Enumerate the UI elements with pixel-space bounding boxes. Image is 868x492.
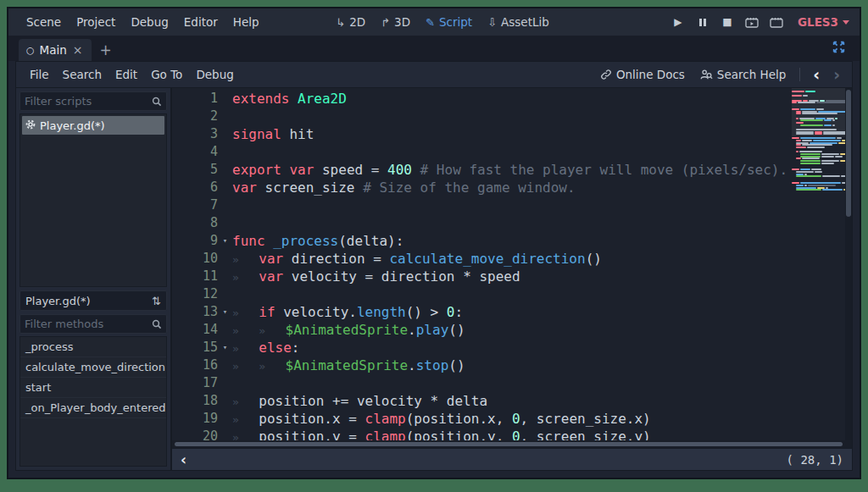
fold-arrow-icon[interactable]: ▾ [218,303,232,321]
code-line[interactable]: 2 [172,108,852,125]
fold-spacer [218,410,232,428]
menu-scene[interactable]: Scene [19,12,69,32]
line-number: 9 [172,232,218,250]
assetlib-download-icon: ⇩ [487,16,497,29]
add-scene-tab-button[interactable]: + [92,41,120,61]
method-item-calculate-move-direction[interactable]: calculate_move_direction [20,357,166,378]
method-item--on-player-body-entered[interactable]: _on_Player_body_entered [20,398,166,418]
godot-editor-window: SceneProjectDebugEditorHelp ↳2D↱3D✎Scrip… [7,7,861,479]
close-icon[interactable]: × [72,43,84,57]
code-line[interactable]: 1extends Area2D [172,90,852,108]
line-number: 14 [172,321,218,339]
search-icon [152,319,162,329]
fold-arrow-icon[interactable]: ▾ [218,339,232,357]
minimap[interactable] [792,88,845,440]
code-line[interactable]: 7 [172,196,852,214]
code-line[interactable]: 4 [172,143,852,161]
code-text: func _process(delta): [232,232,403,250]
history-forward-button[interactable]: › [828,67,845,82]
script-item-player-gd-[interactable]: Player.gd(*) [22,116,164,135]
code-line[interactable]: 6var screen_size # Size of the game wind… [172,179,852,196]
vertical-scrollbar[interactable] [845,88,852,440]
horizontal-scrollbar[interactable] [172,440,852,448]
code-area[interactable]: 1extends Area2D23signal hit45export var … [172,88,852,440]
vertical-scrollbar-thumb[interactable] [846,90,851,217]
line-number: 18 [172,392,218,410]
workspace-2d[interactable]: ↳2D [336,15,365,29]
code-line[interactable]: 18»position += velocity * delta [172,392,852,410]
code-line[interactable]: 15▾»else: [172,339,852,357]
renderer-dropdown[interactable]: GLES3 [798,15,849,29]
code-line[interactable]: 13▾»if velocity.length() > 0: [172,303,852,321]
menu-project[interactable]: Project [69,12,123,32]
script-gear-icon [25,119,36,132]
code-line[interactable]: 10»var direction = calculate_move_direct… [172,250,852,268]
line-number: 6 [172,179,218,196]
code-line[interactable]: 9▾func _process(delta): [172,232,852,250]
workspace-assetlib[interactable]: ⇩AssetLib [487,15,549,29]
stop-button[interactable]: ■ [721,16,734,28]
pause-button[interactable] [696,18,709,27]
workspace-3d[interactable]: ↱3D [381,15,410,29]
code-line[interactable]: 14»»$AnimatedSprite.play() [172,321,852,339]
line-number: 5 [172,161,218,179]
script-menu-edit[interactable]: Edit [108,64,144,85]
search-help-button[interactable]: Search Help [694,64,792,85]
play-scene-button[interactable] [745,17,759,28]
script-menu-search[interactable]: Search [56,64,108,85]
search-help-label: Search Help [717,68,786,81]
code-text: »position += velocity * delta [232,392,487,410]
scene-tabstrip: ○ Main × + [8,36,860,61]
sort-methods-icon[interactable]: ⇅ [152,295,161,307]
workspace-label: 2D [349,15,365,29]
history-back-button[interactable]: ‹ [808,67,825,82]
code-line[interactable]: 17 [172,374,852,392]
fold-spacer [218,428,232,440]
line-number: 12 [172,285,218,303]
line-number: 16 [172,357,218,374]
cursor-position: ( 28, 1) [787,453,843,467]
play-button[interactable]: ▶ [671,16,685,28]
method-item-start[interactable]: start [20,378,166,398]
line-number: 3 [172,125,218,143]
script-icon: ✎ [426,16,435,29]
fold-arrow-icon[interactable]: ▾ [218,232,232,250]
code-line[interactable]: 8 [172,214,852,232]
current-script-bar[interactable]: Player.gd(*) ⇅ [19,290,167,311]
code-line[interactable]: 20»position.y = clamp(position.y, 0, scr… [172,428,852,440]
code-text: var screen_size # Size of the game windo… [232,179,576,196]
scene-tab-label: Main [40,43,67,57]
online-docs-button[interactable]: Online Docs [594,64,691,85]
code-line[interactable]: 16»»$AnimatedSprite.stop() [172,357,852,374]
code-line[interactable]: 3signal hit [172,125,852,143]
line-number: 13 [172,303,218,321]
fold-spacer [218,285,232,303]
current-script-label: Player.gd(*) [25,295,152,307]
tab-indicator-icon: » [232,322,259,340]
horizontal-scrollbar-thumb[interactable] [175,442,843,446]
script-menu-go-to[interactable]: Go To [144,64,189,85]
play-custom-scene-button[interactable] [770,17,783,28]
code-text: »position.x = clamp(position.x, 0, scree… [232,410,651,428]
workspace-script[interactable]: ✎Script [426,15,472,29]
scene-tab-main[interactable]: ○ Main × [19,39,92,61]
menu-help[interactable]: Help [225,12,267,32]
scene-icon: ○ [26,45,35,56]
scripts-panel-toggle-button[interactable]: ‹ [181,453,186,467]
filter-scripts-input[interactable] [25,95,152,108]
method-item--process[interactable]: _process [20,337,166,357]
code-line[interactable]: 19»position.x = clamp(position.x, 0, scr… [172,410,852,428]
code-line[interactable]: 5export var speed = 400 # How fast the p… [172,161,852,179]
script-menu-debug[interactable]: Debug [189,64,240,85]
line-number: 7 [172,196,218,214]
filter-methods-input[interactable] [25,318,152,330]
code-line[interactable]: 11»var velocity = direction * speed [172,268,852,285]
filter-scripts-field [19,91,167,111]
code-line[interactable]: 12 [172,285,852,303]
distraction-free-icon[interactable] [832,40,846,58]
scripts-list: Player.gd(*) [19,113,167,287]
workspace-2d-icon: ↳ [336,16,345,29]
script-menu-file[interactable]: File [23,64,56,85]
menu-editor[interactable]: Editor [176,12,225,32]
menu-debug[interactable]: Debug [123,12,175,32]
